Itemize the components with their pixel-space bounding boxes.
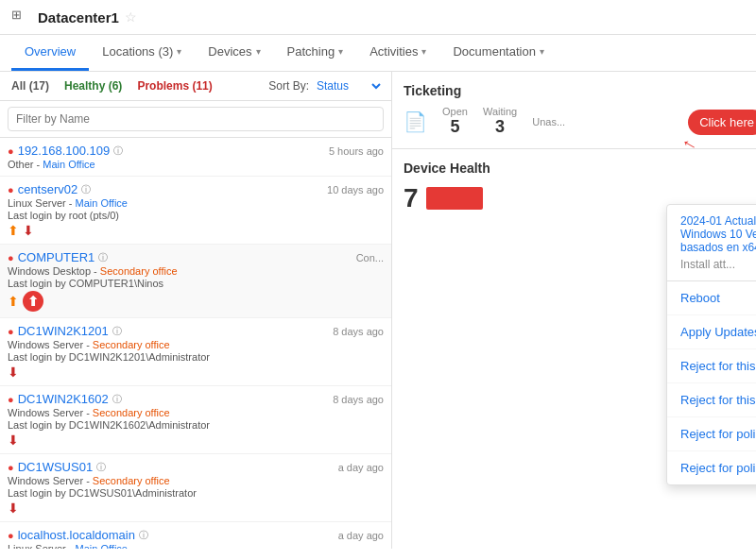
- device-name-text: COMPUTER1: [18, 250, 95, 264]
- info-icon[interactable]: ⓘ: [98, 251, 108, 264]
- device-name-text: DC1WSUS01: [18, 460, 93, 474]
- device-name-text: DC1WIN2K1201: [18, 324, 109, 338]
- info-icon[interactable]: ⓘ: [81, 183, 91, 196]
- chevron-down-icon: ▾: [256, 46, 261, 57]
- sort-by: Sort By: Status Name Last Seen: [268, 78, 384, 93]
- page-title: Datacenter1: [38, 9, 119, 25]
- search-box: [0, 101, 391, 138]
- nav-documentation[interactable]: Documentation ▾: [439, 35, 557, 71]
- list-item[interactable]: ● centserv02 ⓘ 10 days ago Linux Server …: [0, 177, 391, 245]
- ticket-waiting: Waiting 3: [483, 106, 517, 137]
- down-arrow-icon: ⬇: [8, 365, 19, 380]
- nav-patching[interactable]: Patching ▾: [274, 35, 357, 71]
- update-dropdown-menu: 2024-01 Actualización de seguridad para …: [666, 204, 756, 485]
- chevron-down-icon: ▾: [421, 46, 426, 57]
- list-item[interactable]: ● localhost.localdomain ⓘ a day ago Linu…: [0, 522, 391, 549]
- info-icon[interactable]: ⓘ: [113, 144, 123, 158]
- up-arrow-icon: ⬆: [8, 223, 19, 238]
- info-icon[interactable]: ⓘ: [112, 325, 122, 338]
- sort-select[interactable]: Status Name Last Seen: [313, 78, 384, 93]
- list-item[interactable]: ● DC1WIN2K1602 ⓘ 8 days ago Windows Serv…: [0, 386, 391, 454]
- down-arrow-icon: ⬇: [8, 501, 19, 516]
- status-dot: ●: [8, 252, 14, 263]
- ticketing-title: Ticketing: [404, 83, 745, 98]
- list-item[interactable]: ● 192.168.100.109 ⓘ 5 hours ago Other - …: [0, 138, 391, 177]
- chevron-down-icon: ▾: [177, 46, 181, 57]
- status-dot: ●: [8, 530, 14, 541]
- ticket-unassigned: Unas...: [532, 116, 565, 127]
- favorite-icon[interactable]: ☆: [125, 9, 137, 25]
- health-value: 7: [404, 183, 419, 213]
- filter-tabs: All (17) Healthy (6) Problems (11): [8, 77, 216, 94]
- filter-bar: All (17) Healthy (6) Problems (11) Sort …: [0, 72, 391, 101]
- info-icon[interactable]: ⓘ: [112, 393, 122, 406]
- dropdown-header: 2024-01 Actualización de seguridad para …: [667, 205, 756, 281]
- datacenter-icon: ⊞: [11, 8, 30, 26]
- status-dot: ●: [8, 394, 14, 405]
- install-label: Install att...: [680, 258, 756, 271]
- main-content: All (17) Healthy (6) Problems (11) Sort …: [0, 72, 756, 549]
- device-name-text: DC1WIN2K1602: [18, 392, 109, 406]
- filter-problems[interactable]: Problems (11): [133, 77, 215, 94]
- info-icon[interactable]: ⓘ: [96, 461, 106, 474]
- dropdown-item-reject-device-patch[interactable]: Reject for this device (by Patch ID) ›: [667, 383, 756, 417]
- device-list-panel: All (17) Healthy (6) Problems (11) Sort …: [0, 72, 392, 549]
- chevron-down-icon: ▾: [338, 46, 343, 57]
- device-name-text: centserv02: [18, 182, 78, 196]
- list-item[interactable]: ● DC1WSUS01 ⓘ a day ago Windows Server -…: [0, 454, 391, 522]
- ticket-icon: 📄: [404, 110, 427, 133]
- down-arrow-icon: ⬇: [23, 223, 34, 238]
- status-dot: ●: [8, 326, 14, 337]
- filter-all[interactable]: All (17): [8, 77, 53, 94]
- click-here-annotation: Click here: [688, 110, 756, 135]
- down-arrow-icon: ⬇: [8, 433, 19, 448]
- status-dot: ●: [8, 145, 14, 157]
- up-arrow-icon: ⬆: [8, 294, 19, 309]
- filter-healthy[interactable]: Healthy (6): [60, 77, 126, 94]
- top-bar: ⊞ Datacenter1 ☆: [0, 0, 756, 35]
- dropdown-item-reboot[interactable]: Reboot ›: [667, 281, 756, 315]
- list-item[interactable]: ● DC1WIN2K1201 ⓘ 8 days ago Windows Serv…: [0, 318, 391, 386]
- nav-bar: Overview Locations (3) ▾ Devices ▾ Patch…: [0, 35, 756, 72]
- list-item[interactable]: ● COMPUTER1 ⓘ Con... Windows Desktop - S…: [0, 245, 391, 318]
- status-dot: ●: [8, 462, 14, 473]
- update-button[interactable]: ⬆: [23, 291, 43, 312]
- health-title: Device Health: [404, 161, 745, 176]
- nav-devices[interactable]: Devices ▾: [195, 35, 273, 71]
- status-dot: ●: [8, 184, 14, 195]
- ticket-open: Open 5: [442, 106, 468, 137]
- nav-overview[interactable]: Overview: [11, 35, 89, 71]
- nav-activities[interactable]: Activities ▾: [356, 35, 439, 71]
- nav-locations[interactable]: Locations (3) ▾: [89, 35, 195, 71]
- device-name-text: 192.168.100.109: [18, 144, 111, 158]
- right-panel: Ticketing 📄 Open 5 Waiting 3 Unas... Dev…: [392, 72, 756, 549]
- device-list: ● 192.168.100.109 ⓘ 5 hours ago Other - …: [0, 138, 391, 549]
- info-icon[interactable]: ⓘ: [139, 529, 148, 542]
- search-input[interactable]: [8, 107, 384, 131]
- dropdown-item-reject-policy-kb[interactable]: Reject for policy (by KB) ›: [667, 417, 756, 451]
- health-bar-chart: [426, 187, 483, 210]
- dropdown-item-reject-device-kb[interactable]: Reject for this device (by KB) ›: [667, 349, 756, 383]
- chevron-down-icon: ▾: [540, 46, 544, 57]
- device-name-text: localhost.localdomain: [18, 528, 135, 542]
- update-title: 2024-01 Actualización de seguridad para …: [680, 214, 756, 254]
- dropdown-item-reject-policy-patch[interactable]: Reject for policy (by Patch ID) ›: [667, 451, 756, 484]
- dropdown-item-apply-updates[interactable]: Apply Updates ›: [667, 315, 756, 349]
